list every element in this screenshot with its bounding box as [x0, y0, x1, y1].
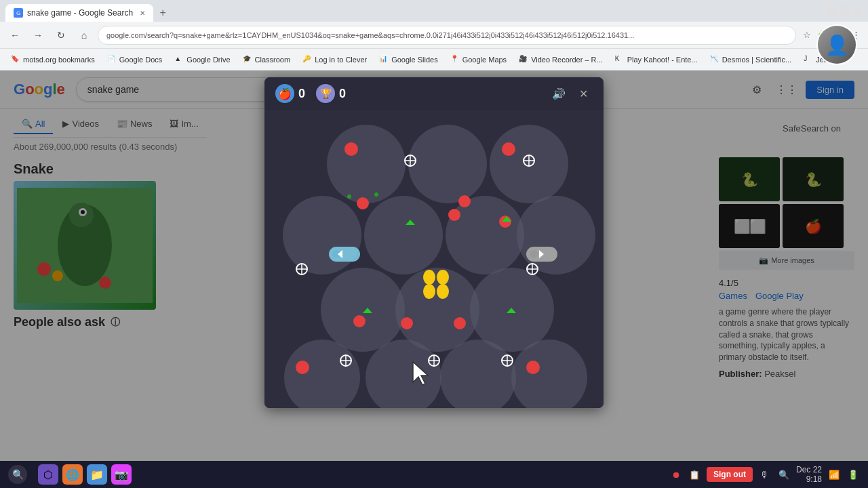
drive-icon: ▲ — [174, 55, 184, 64]
close-button[interactable] — [853, 6, 863, 16]
svg-point-14 — [446, 196, 524, 274]
taskbar-camera-icon[interactable]: 📷 — [111, 464, 132, 485]
taskbar: 🔍 ⬡ 🌐 📁 📷 ⏺ 📋 Sign out 🎙 🔍 Dec 22 9:18 — [0, 461, 868, 488]
sound-button[interactable]: 🔊 — [549, 84, 568, 103]
classroom-icon: 🎓 — [243, 55, 252, 64]
desmos-icon: 📉 — [710, 55, 719, 64]
bookmark-desmos-label: Desmos | Scientific... — [722, 56, 792, 64]
svg-point-64 — [437, 284, 449, 299]
svg-point-58 — [347, 195, 351, 199]
close-game-button[interactable]: ✕ — [574, 84, 593, 103]
motsd-icon: 🔖 — [11, 55, 20, 64]
game-controls: 🔊 ✕ — [549, 84, 593, 103]
bookmark-kahoot[interactable]: K Play Kahoot! - Ente... — [610, 54, 703, 66]
time-display: Dec 22 9:18 — [796, 465, 822, 484]
bookmark-desmos[interactable]: 📉 Desmos | Scientific... — [705, 54, 797, 66]
taskbar-app1-icon[interactable]: ⬡ — [38, 464, 58, 485]
zoom-icon[interactable]: 🔍 — [777, 468, 791, 481]
jettdav-icon: J — [804, 55, 813, 64]
docs-icon: 📄 — [107, 55, 117, 64]
tab-bar: G snake game - Google Search ✕ + — [5, 0, 172, 22]
tab-close-button[interactable]: ✕ — [140, 9, 145, 17]
taskbar-files-icon[interactable]: 📁 — [87, 464, 107, 485]
bookmarks-bar: 🔖 motsd.org bookmarks 📄 Google Docs ▲ Go… — [0, 49, 868, 70]
forward-button[interactable]: → — [28, 26, 47, 45]
tab-title: snake game - Google Search — [27, 8, 133, 18]
address-bar: ← → ↻ ⌂ google.com/search?q=snake+game&r… — [0, 22, 868, 49]
apple-score-icon: 🍎 — [275, 84, 294, 103]
svg-point-12 — [283, 196, 361, 274]
address-text: google.com/search?q=snake+game&rlz=1CAYD… — [106, 31, 634, 39]
user-avatar: 👤 — [816, 24, 857, 65]
google-page: Google snake game ⚙ ⋮⋮ Sign in 🔍 — [0, 70, 868, 488]
svg-point-9 — [327, 125, 406, 203]
svg-point-63 — [423, 284, 435, 299]
minimize-button[interactable] — [826, 6, 835, 16]
svg-point-51 — [458, 195, 471, 207]
svg-point-50 — [448, 209, 460, 221]
svg-point-57 — [353, 315, 366, 327]
bookmark-classroom-label: Classroom — [255, 56, 291, 64]
bookmark-motsd-label: motsd.org bookmarks — [23, 56, 95, 64]
bookmark-slides[interactable]: 📊 Google Slides — [374, 54, 443, 66]
game-overlay: 🍎 0 🏆 0 🔊 ✕ — [0, 70, 868, 488]
kahoot-icon: K — [615, 55, 625, 64]
video-recorder-icon: 🎥 — [519, 55, 528, 64]
game-board[interactable] — [264, 110, 604, 408]
page-content: Google snake game ⚙ ⋮⋮ Sign in 🔍 — [0, 70, 868, 488]
reload-button[interactable]: ↻ — [52, 26, 71, 45]
bookmark-drive-label: Google Drive — [186, 56, 230, 64]
svg-point-16 — [321, 268, 405, 352]
bookmark-video-recorder[interactable]: 🎥 Video Recorder – R... — [513, 54, 608, 66]
apple-score-value: 0 — [298, 87, 305, 101]
game-header: 🍎 0 🏆 0 🔊 ✕ — [264, 77, 604, 110]
svg-point-25 — [296, 361, 309, 374]
maps-icon: 📍 — [450, 55, 460, 64]
clipboard-icon[interactable]: 📋 — [688, 468, 701, 481]
svg-point-26 — [526, 361, 540, 374]
svg-point-60 — [454, 317, 466, 329]
date-text: Dec 22 — [796, 465, 822, 474]
taskbar-app-icons: ⬡ 🌐 📁 📷 — [38, 464, 132, 485]
svg-point-62 — [437, 270, 449, 285]
game-panel: 🍎 0 🏆 0 🔊 ✕ — [264, 77, 604, 408]
time-text: 9:18 — [796, 474, 822, 484]
svg-point-13 — [364, 196, 443, 274]
bookmark-clever[interactable]: 🔑 Log in to Clever — [297, 54, 372, 66]
bookmark-motsd[interactable]: 🔖 motsd.org bookmarks — [5, 54, 100, 66]
clever-icon: 🔑 — [302, 55, 312, 64]
maximize-button[interactable] — [840, 6, 849, 16]
bookmark-kahoot-label: Play Kahoot! - Ente... — [627, 56, 698, 64]
svg-point-10 — [408, 125, 487, 203]
svg-point-23 — [344, 142, 358, 156]
svg-point-59 — [401, 317, 413, 329]
browser-frame: G snake game - Google Search ✕ + ← → ↻ ⌂… — [0, 0, 868, 488]
sign-out-button[interactable]: Sign out — [707, 467, 753, 482]
record-icon[interactable]: ⏺ — [670, 468, 684, 481]
apple-score-display: 🍎 0 — [275, 84, 305, 103]
bookmark-maps-label: Google Maps — [462, 56, 507, 64]
bookmark-docs[interactable]: 📄 Google Docs — [102, 54, 168, 66]
taskbar-search-button[interactable]: 🔍 — [8, 465, 27, 484]
tab-favicon: G — [14, 8, 23, 18]
new-tab-button[interactable]: + — [153, 4, 172, 22]
trophy-score-value: 0 — [339, 87, 346, 101]
address-input[interactable]: google.com/search?q=snake+game&rlz=1CAYD… — [98, 26, 796, 45]
bookmark-star-icon[interactable]: ☆ — [800, 28, 814, 42]
taskbar-chrome-icon[interactable]: 🌐 — [62, 464, 83, 485]
bookmark-maps[interactable]: 📍 Google Maps — [445, 54, 512, 66]
mic-icon[interactable]: 🎙 — [758, 468, 772, 481]
svg-point-61 — [423, 270, 435, 285]
home-button[interactable]: ⌂ — [75, 26, 94, 45]
wifi-icon[interactable]: 📶 — [827, 468, 841, 481]
bookmark-clever-label: Log in to Clever — [315, 56, 367, 64]
bookmark-drive[interactable]: ▲ Google Drive — [169, 54, 235, 66]
battery-icon[interactable]: 🔋 — [846, 468, 860, 481]
back-button[interactable]: ← — [5, 26, 24, 45]
window-controls — [826, 6, 863, 16]
trophy-score-display: 🏆 0 — [316, 84, 346, 103]
svg-point-69 — [530, 250, 538, 258]
active-tab[interactable]: G snake game - Google Search ✕ — [5, 4, 153, 22]
bookmark-classroom[interactable]: 🎓 Classroom — [237, 54, 296, 66]
taskbar-right: ⏺ 📋 Sign out 🎙 🔍 Dec 22 9:18 📶 🔋 — [670, 465, 860, 484]
